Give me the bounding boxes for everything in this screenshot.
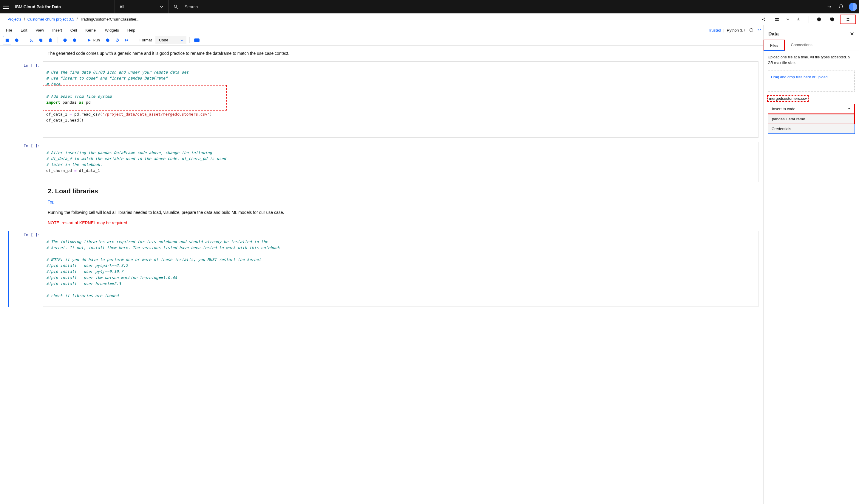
search-box[interactable] — [168, 0, 279, 13]
upload-hint: Upload one file at a time. All file type… — [764, 51, 859, 69]
cut-button[interactable] — [27, 36, 35, 44]
brand-label: IBM Cloud Pak for Data — [15, 4, 61, 9]
hamburger-icon — [3, 5, 9, 9]
menu-pandas-dataframe[interactable]: pandas DataFrame — [768, 114, 855, 124]
markdown-intro: The generated code comes up with a gener… — [48, 50, 307, 57]
jobs-icon[interactable] — [772, 15, 782, 24]
insert-to-code-toggle[interactable]: Insert to code — [768, 104, 855, 114]
chevron-up-icon — [848, 108, 851, 110]
svg-point-11 — [6, 40, 8, 41]
tab-connections[interactable]: Connections — [785, 40, 818, 51]
menu-help[interactable]: Help — [123, 27, 140, 34]
notebook-menubar: File Edit View Insert Cell Kernel Widget… — [0, 25, 763, 35]
svg-rect-17 — [50, 38, 51, 39]
svg-point-13 — [30, 41, 31, 42]
markdown-section-2: 2. Load libraries Top Running the follow… — [48, 186, 307, 226]
menu-view[interactable]: View — [31, 27, 48, 34]
format-label: Format — [140, 38, 152, 42]
cell-code[interactable]: # Use the find data 01/00 icon and under… — [43, 61, 758, 138]
svg-point-6 — [847, 18, 848, 19]
menu-file[interactable]: File — [2, 27, 16, 34]
top-header: IBM Cloud Pak for Data All — [0, 0, 859, 13]
kernel-indicator-icon — [750, 28, 753, 32]
drop-zone[interactable]: Drag and drop files here or upload. — [768, 70, 855, 92]
move-up-button[interactable] — [61, 36, 69, 44]
notebook-column: File Edit View Insert Cell Kernel Widget… — [0, 25, 764, 504]
stop-button[interactable] — [104, 36, 112, 44]
restart-button[interactable] — [113, 36, 121, 44]
notebook-toolbar: Run Format Code — [0, 35, 763, 46]
cell-code[interactable]: # The following libraries are required f… — [43, 231, 758, 307]
insert-to-code-menu: Insert to code pandas DataFrame Credenti… — [768, 104, 855, 134]
search-input[interactable] — [185, 4, 274, 9]
svg-point-14 — [32, 41, 32, 42]
cell-prompt: In [ ]: — [9, 231, 43, 307]
menu-edit[interactable]: Edit — [16, 27, 31, 34]
info-icon[interactable] — [814, 15, 824, 24]
expand-icon[interactable] — [757, 28, 762, 33]
close-icon[interactable]: ✕ — [850, 31, 854, 37]
hamburger-menu[interactable] — [0, 5, 12, 9]
menu-kernel[interactable]: Kernel — [81, 27, 101, 34]
breadcrumb-asset: TradingCustomerChurnClassifier... — [80, 17, 140, 21]
history-icon[interactable] — [827, 15, 838, 24]
keyboard-icon[interactable] — [193, 36, 201, 44]
avatar[interactable] — [847, 0, 859, 13]
cell-code[interactable]: # After inserting the pandas DataFrame c… — [43, 142, 758, 182]
svg-rect-22 — [194, 38, 199, 42]
save-button[interactable] — [3, 36, 11, 44]
menu-insert[interactable]: Insert — [48, 27, 66, 34]
breadcrumb-project[interactable]: Customer churn project 3.5 — [27, 17, 74, 21]
search-icon — [173, 4, 179, 10]
cell-prompt: In [ ]: — [9, 61, 43, 138]
trusted-label[interactable]: Trusted — [708, 28, 721, 32]
data-panel: Data ✕ Files Connections Upload one file… — [764, 25, 859, 504]
menu-cell[interactable]: Cell — [66, 27, 81, 34]
svg-point-8 — [847, 20, 848, 21]
data-tabs: Files Connections — [764, 40, 859, 51]
svg-point-2 — [765, 20, 765, 21]
menu-widgets[interactable]: Widgets — [101, 27, 123, 34]
breadcrumb-projects[interactable]: Projects — [7, 17, 21, 21]
breadcrumb: Projects / Customer churn project 3.5 / … — [0, 13, 859, 25]
cell-prompt: In [ ]: — [9, 142, 43, 182]
kernel-name[interactable]: Python 3.7 — [727, 28, 745, 32]
download-icon[interactable] — [793, 15, 804, 24]
avatar-icon — [849, 3, 857, 11]
shortcut-icon[interactable] — [823, 0, 835, 13]
run-button[interactable]: Run — [85, 38, 102, 42]
svg-point-7 — [848, 18, 849, 19]
code-cell-1[interactable]: In [ ]: # Use the find data 01/00 icon a… — [9, 61, 758, 138]
cell-type-select[interactable]: Code — [155, 36, 186, 44]
svg-point-1 — [765, 18, 765, 18]
fast-forward-button[interactable] — [123, 36, 131, 44]
paste-button[interactable] — [46, 36, 55, 44]
svg-point-0 — [762, 19, 763, 20]
svg-point-9 — [848, 20, 849, 21]
chevron-down-icon[interactable] — [785, 15, 791, 24]
notifications-icon[interactable] — [835, 0, 847, 13]
svg-rect-3 — [775, 18, 779, 19]
data-panel-toggle[interactable] — [840, 15, 856, 24]
menu-credentials[interactable]: Credentials — [768, 124, 855, 133]
copy-button[interactable] — [37, 36, 45, 44]
search-scope-dropdown[interactable]: All — [115, 0, 168, 13]
code-cell-2[interactable]: In [ ]: # After inserting the pandas Dat… — [9, 142, 758, 182]
code-cell-3[interactable]: In [ ]: # The following libraries are re… — [8, 231, 758, 307]
notebook-content[interactable]: The generated code comes up with a gener… — [0, 46, 763, 504]
top-link[interactable]: Top — [48, 200, 55, 204]
svg-rect-4 — [775, 20, 779, 20]
add-cell-button[interactable] — [13, 36, 21, 44]
file-entry[interactable]: mergedcustomers.csv — [768, 96, 855, 101]
move-down-button[interactable] — [70, 36, 79, 44]
share-icon[interactable] — [758, 15, 769, 24]
tab-files[interactable]: Files — [764, 40, 785, 51]
data-panel-title: Data — [768, 31, 779, 37]
svg-rect-21 — [107, 40, 108, 41]
